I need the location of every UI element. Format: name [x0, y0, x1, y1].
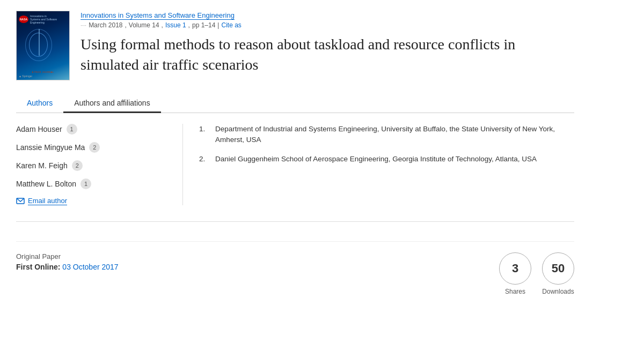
cover-bottom: A PEER JOURNAL: [19, 71, 67, 73]
author-block-4: Matthew L. Bolton 1 Email author: [16, 178, 166, 205]
affiliation-item-1: 1. Department of Industrial and Systems …: [199, 124, 574, 146]
affil-badge-4: 1: [80, 178, 91, 189]
cover-title-text: Innovations inSystems and SoftwareEngine…: [30, 14, 57, 24]
author-row-2: Lanssie Mingyue Ma 2: [16, 142, 166, 153]
first-online-date-link[interactable]: 03 October 2017: [62, 263, 118, 271]
springer-logo: ▲ Springer: [19, 74, 67, 78]
downloads-circle: 50: [542, 252, 574, 285]
tabs-section: Authors Authors and affiliations: [16, 94, 574, 113]
tab-authors-affiliations[interactable]: Authors and affiliations: [63, 94, 160, 113]
downloads-metric: 50 Downloads: [542, 252, 574, 295]
footer-separator: [16, 221, 574, 222]
first-online-label: First Online:: [16, 263, 60, 271]
author-row-4: Matthew L. Bolton 1: [16, 178, 166, 189]
author-name-4: Matthew L. Bolton: [16, 180, 76, 188]
footer-section: Original Paper First Online: 03 October …: [16, 241, 574, 295]
shares-metric: 3 Shares: [499, 252, 531, 295]
journal-meta: ···· March 2018, Volume 14, Issue 1, pp …: [80, 21, 574, 29]
affil-badge-1: 1: [67, 124, 77, 135]
downloads-value: 50: [552, 262, 565, 275]
email-author-link[interactable]: Email author: [28, 197, 67, 205]
shares-circle: 3: [499, 252, 531, 285]
author-row-3: Karen M. Feigh 2: [16, 160, 166, 171]
affil-text-2: Daniel Guggenheim School of Aerospace En…: [215, 154, 537, 165]
metrics-section: 3 Shares 50 Downloads: [499, 252, 574, 295]
authors-column: Adam Houser 1 Lanssie Mingyue Ma 2 Karen…: [16, 124, 166, 205]
page-container: NASA Innovations inSystems and SoftwareE…: [0, 0, 590, 311]
downloads-label: Downloads: [542, 288, 574, 295]
shares-value: 3: [512, 262, 518, 275]
affiliation-item-2: 2. Daniel Guggenheim School of Aerospace…: [199, 154, 574, 165]
paper-meta: Original Paper First Online: 03 October …: [16, 252, 478, 271]
journal-name-wrapper: Innovations in Systems and Software Engi…: [80, 11, 574, 19]
nasa-logo: NASA: [19, 16, 28, 23]
meta-dots: ····: [80, 23, 86, 28]
first-online: First Online: 03 October 2017: [16, 263, 478, 271]
journal-date: March 2018: [89, 21, 122, 29]
article-title: Using formal methods to reason about tas…: [80, 34, 574, 75]
journal-cover: NASA Innovations inSystems and SoftwareE…: [16, 11, 70, 80]
cite-as-link[interactable]: Cite as: [221, 21, 241, 29]
author-name-1: Adam Houser: [16, 125, 62, 133]
email-icon: [16, 198, 25, 204]
affil-badge-3: 2: [72, 160, 83, 171]
journal-volume: Volume 14: [129, 21, 159, 29]
email-row: Email author: [16, 197, 166, 205]
tab-authors[interactable]: Authors: [16, 94, 63, 113]
affil-number-1: 1.: [199, 124, 210, 146]
affil-text-1: Department of Industrial and Systems Eng…: [215, 124, 574, 146]
header-content: Innovations in Systems and Software Engi…: [80, 11, 574, 86]
author-row-1: Adam Houser 1: [16, 124, 166, 135]
journal-name-link[interactable]: Innovations in Systems and Software Engi…: [80, 11, 235, 20]
header-section: NASA Innovations inSystems and SoftwareE…: [16, 11, 574, 86]
journal-pages: pp 1–14: [192, 21, 215, 29]
cover-graphic: [19, 26, 67, 71]
affil-badge-2: 2: [89, 142, 100, 153]
journal-issue-link[interactable]: Issue 1: [165, 21, 186, 29]
author-name-3: Karen M. Feigh: [16, 161, 68, 170]
column-divider: [182, 124, 183, 205]
paper-type: Original Paper: [16, 252, 478, 260]
content-section: Adam Houser 1 Lanssie Mingyue Ma 2 Karen…: [16, 124, 574, 205]
shares-label: Shares: [505, 288, 525, 295]
affiliations-column: 1. Department of Industrial and Systems …: [199, 124, 574, 205]
author-name-2: Lanssie Mingyue Ma: [16, 143, 85, 152]
affil-number-2: 2.: [199, 154, 210, 165]
